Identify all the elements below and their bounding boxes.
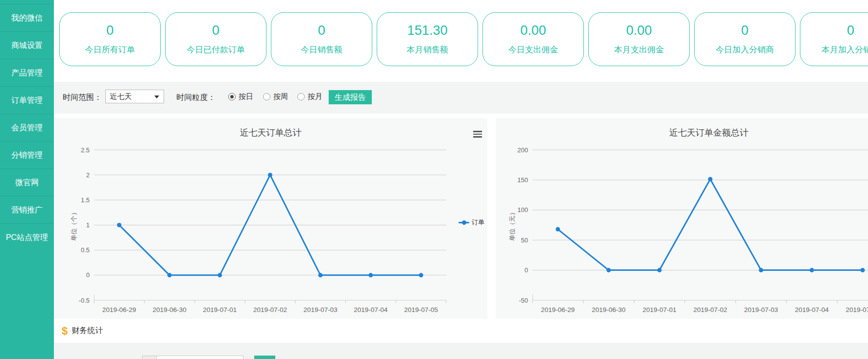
stat-card-month-new-distributors: 0 本月加入分销商 xyxy=(800,12,868,66)
sidebar-item-members[interactable]: 会员管理 xyxy=(0,114,54,141)
sidebar-item-orders[interactable]: 订单管理 xyxy=(0,86,54,114)
svg-text:2019-07-05: 2019-07-05 xyxy=(846,306,868,313)
svg-text:1: 1 xyxy=(86,221,90,229)
svg-text:单位（个）: 单位（个） xyxy=(70,209,77,241)
stat-value: 0 xyxy=(106,23,114,38)
stat-label: 今日加入分销商 xyxy=(716,44,774,55)
chart-menu-icon[interactable] xyxy=(473,131,482,138)
svg-text:2019-07-02: 2019-07-02 xyxy=(693,306,727,313)
stat-card-month-sales: 151.30 本月销售额 xyxy=(377,12,478,66)
time-range-select[interactable]: 近七天 xyxy=(105,90,164,103)
stat-card-month-commission: 0.00 本月支出佣金 xyxy=(588,12,690,66)
radio-by-week[interactable]: 按周 xyxy=(263,92,288,101)
radio-by-day[interactable]: 按日 xyxy=(228,92,253,101)
sidebar-item-distribution[interactable]: 分销管理 xyxy=(0,141,54,168)
generate-report-button[interactable]: 生成报告 xyxy=(329,90,372,104)
stat-label: 今日所有订单 xyxy=(85,44,135,55)
finance-stats-header: $ 财务统计 xyxy=(54,319,868,343)
svg-text:2019-07-03: 2019-07-03 xyxy=(744,306,778,313)
svg-text:150: 150 xyxy=(517,176,528,184)
svg-text:2019-06-30: 2019-06-30 xyxy=(592,306,626,313)
finance-input-addon xyxy=(142,356,157,359)
finance-stats-body xyxy=(54,343,868,359)
stat-card-today-sales: 0 今日销售额 xyxy=(271,12,372,66)
finance-date-input[interactable] xyxy=(157,356,243,359)
svg-text:0: 0 xyxy=(86,271,90,279)
report-filter-bar: 时间范围： 近七天 时间粒度： 按日 按周 按月 生成报告 xyxy=(54,82,868,114)
radio-by-month[interactable]: 按月 xyxy=(297,92,322,101)
finance-query-button[interactable] xyxy=(254,356,275,359)
svg-text:-0.5: -0.5 xyxy=(79,297,90,304)
svg-text:2019-07-01: 2019-07-01 xyxy=(203,306,237,313)
svg-text:2: 2 xyxy=(86,171,90,179)
svg-text:2019-06-29: 2019-06-29 xyxy=(541,306,575,313)
stat-value: 0 xyxy=(741,23,748,38)
svg-text:2019-07-04: 2019-07-04 xyxy=(795,306,829,313)
svg-text:200: 200 xyxy=(517,146,528,154)
time-range-selected-value: 近七天 xyxy=(110,92,132,100)
svg-text:2019-06-30: 2019-06-30 xyxy=(153,306,187,313)
stat-value: 0.00 xyxy=(626,23,652,38)
stat-label: 今日已付款订单 xyxy=(187,44,245,55)
granularity-label: 时间粒度： xyxy=(176,93,216,103)
sidebar-item-pc-site[interactable]: PC站点管理 xyxy=(0,223,54,251)
svg-text:0: 0 xyxy=(525,266,528,274)
legend-label: 订单 xyxy=(472,218,484,227)
stat-value: 0 xyxy=(847,23,854,38)
svg-text:2019-07-05: 2019-07-05 xyxy=(404,306,438,313)
stat-value: 0 xyxy=(318,23,325,38)
stat-label: 本月加入分销商 xyxy=(821,44,868,55)
stat-label: 今日销售额 xyxy=(301,44,342,55)
chart-legend-orders[interactable]: 订单 xyxy=(458,218,484,227)
finance-stats-title: 财务统计 xyxy=(72,326,103,336)
svg-text:1.5: 1.5 xyxy=(81,196,90,204)
svg-text:-50: -50 xyxy=(519,297,528,304)
svg-text:2019-07-04: 2019-07-04 xyxy=(354,306,388,313)
svg-text:2019-07-03: 2019-07-03 xyxy=(304,306,338,313)
radio-icon xyxy=(228,93,236,100)
radio-label: 按日 xyxy=(239,92,253,101)
svg-text:单位（元）: 单位（元） xyxy=(508,209,516,241)
sidebar-item-mall-settings[interactable]: 商城设置 xyxy=(0,31,54,59)
svg-text:2019-07-01: 2019-07-01 xyxy=(643,306,676,313)
stat-card-today-orders: 0 今日所有订单 xyxy=(59,12,161,66)
stat-label: 本月支出佣金 xyxy=(614,44,664,55)
stat-value: 151.30 xyxy=(407,23,448,38)
legend-line-marker-icon xyxy=(458,222,469,223)
time-range-label: 时间范围： xyxy=(63,93,102,103)
radio-icon xyxy=(297,93,305,100)
sidebar-item-micro-site[interactable]: 微官网 xyxy=(0,168,54,196)
sidebar-item-marketing[interactable]: 营销推广 xyxy=(0,196,54,223)
sidebar: 我的微信 商城设置 产品管理 订单管理 会员管理 分销管理 微官网 营销推广 P… xyxy=(0,0,54,359)
stat-card-today-commission: 0.00 今日支出佣金 xyxy=(482,12,584,66)
svg-text:0.5: 0.5 xyxy=(81,246,90,254)
radio-label: 按周 xyxy=(273,92,288,101)
dollar-icon: $ xyxy=(62,325,68,337)
sidebar-item-products[interactable]: 产品管理 xyxy=(0,59,54,86)
svg-text:50: 50 xyxy=(521,237,528,244)
svg-text:2.5: 2.5 xyxy=(81,146,90,154)
chevron-down-icon xyxy=(154,96,159,98)
svg-text:100: 100 xyxy=(517,206,528,214)
stat-card-today-new-distributors: 0 今日加入分销商 xyxy=(694,12,796,66)
stat-value: 0.00 xyxy=(520,23,546,38)
stat-value: 0 xyxy=(212,23,219,38)
stat-card-today-paid-orders: 0 今日已付款订单 xyxy=(165,12,266,66)
order-amount-chart-panel: 近七天订单金额总计 -500501001502002019-06-292019-… xyxy=(496,118,868,319)
stat-label: 本月销售额 xyxy=(407,44,448,55)
svg-text:2019-06-29: 2019-06-29 xyxy=(102,306,136,313)
svg-text:2019-07-02: 2019-07-02 xyxy=(253,306,287,313)
sidebar-item-my-wechat[interactable]: 我的微信 xyxy=(0,4,54,31)
stat-label: 今日支出佣金 xyxy=(508,44,558,55)
order-count-line-chart: -0.500.511.522.52019-06-292019-06-302019… xyxy=(54,118,487,319)
radio-icon xyxy=(263,93,270,100)
order-count-chart-panel: 近七天订单总计 -0.500.511.522.52019-06-292019-0… xyxy=(54,118,487,319)
stat-card-row: 0 今日所有订单 0 今日已付款订单 0 今日销售额 151.30 本月销售额 … xyxy=(59,12,868,66)
order-amount-line-chart: -500501001502002019-06-292019-06-302019-… xyxy=(496,118,868,319)
radio-label: 按月 xyxy=(308,92,322,101)
